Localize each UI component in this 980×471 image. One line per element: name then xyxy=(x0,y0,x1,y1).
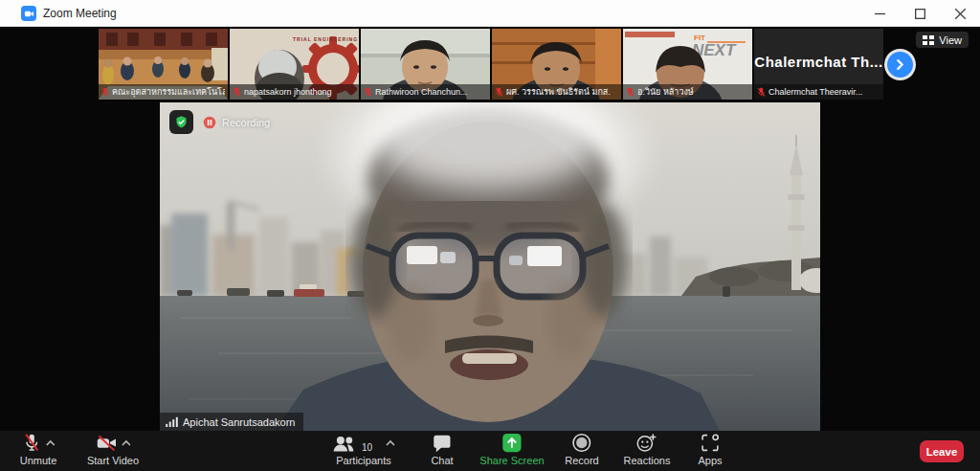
title-bar: Zoom Meeting xyxy=(0,0,980,27)
recording-indicator-icon xyxy=(203,116,216,129)
muted-mic-icon xyxy=(626,87,635,98)
recording-label: Recording xyxy=(222,117,270,128)
reactions-icon xyxy=(636,433,657,453)
security-shield-icon[interactable] xyxy=(169,110,193,134)
participant-name-bar: คณะอุตสาหกรรมและเทคโนโลยี... xyxy=(99,84,228,100)
view-button-label: View xyxy=(939,34,962,46)
chat-icon xyxy=(433,435,453,453)
participant-name-bar: Rathwiroon Chanchun... xyxy=(361,84,490,100)
maximize-button[interactable] xyxy=(900,0,940,27)
participant-name: คณะอุตสาหกรรมและเทคโนโลยี... xyxy=(112,85,225,99)
record-label: Record xyxy=(565,455,598,466)
recording-indicator[interactable]: Recording xyxy=(203,116,270,129)
gear-arc-text: TRIAL ENGINEERING xyxy=(293,36,358,42)
participant-name: Chalermchat Theeravir... xyxy=(768,87,862,97)
share-screen-button[interactable]: Share Screen xyxy=(479,434,544,466)
video-off-icon xyxy=(95,433,117,453)
reactions-button[interactable]: Reactions xyxy=(624,434,671,466)
participant-tile-chalermchat[interactable]: Chalermchat Th... Chalermchat Theeravir.… xyxy=(754,29,883,100)
unmute-label: Unmute xyxy=(20,455,57,466)
apps-button[interactable]: Apps xyxy=(698,434,722,466)
unmute-button[interactable]: Unmute xyxy=(20,434,57,466)
reactions-label: Reactions xyxy=(624,455,671,466)
muted-mic-icon xyxy=(233,87,241,98)
minimize-button[interactable] xyxy=(859,0,900,27)
muted-mic-icon xyxy=(364,87,372,98)
participant-filmstrip: คณะอุตสาหกรรมและเทคโนโลยี... xyxy=(0,28,980,101)
start-video-button[interactable]: Start Video xyxy=(87,434,139,466)
participants-label: Participants xyxy=(336,455,390,466)
speaker-video-frame xyxy=(160,102,820,431)
active-speaker-video[interactable]: Recording Apichat Sanrutsadakorn xyxy=(160,102,820,431)
start-video-label: Start Video xyxy=(87,455,139,466)
zoom-app-icon xyxy=(21,6,36,21)
view-button[interactable]: View xyxy=(916,32,969,48)
meeting-content: คณะอุตสาหกรรมและเทคโนโลยี... xyxy=(0,27,980,431)
participant-name: อ.วินัย หล้าวงษ์ xyxy=(637,85,694,99)
meeting-toolbar: Unmute Start Video 10 xyxy=(0,431,980,471)
muted-mic-icon xyxy=(757,87,766,98)
participant-tile-faculty-room[interactable]: คณะอุตสาหกรรมและเทคโนโลยี... xyxy=(99,29,228,100)
participants-options-chevron-icon[interactable] xyxy=(386,439,395,447)
leave-button[interactable]: Leave xyxy=(920,440,964,462)
next-participants-button[interactable] xyxy=(887,52,913,78)
video-options-chevron-icon[interactable] xyxy=(121,439,130,447)
camera-off-display-name: Chalermchat Th... xyxy=(754,54,883,70)
audio-level-icon xyxy=(166,416,178,427)
muted-mic-icon xyxy=(101,87,109,98)
apps-label: Apps xyxy=(698,455,722,466)
participant-tile-rathwiroon[interactable]: Rathwiroon Chanchun... xyxy=(361,29,490,100)
unmute-options-chevron-icon[interactable] xyxy=(46,439,56,447)
zoom-meeting-window: Zoom Meeting xyxy=(0,0,980,471)
chat-button[interactable]: Chat xyxy=(431,434,453,466)
participant-name-bar: ผศ. วรรณรพ ขันธิรัตน์ มกส. xyxy=(492,84,621,100)
participant-tile-napatsakorn[interactable]: TRIAL ENGINEERING napatsakorn jhonthong xyxy=(230,29,359,100)
recording-area: Recording xyxy=(169,110,270,134)
participant-tile-wannarop[interactable]: ผศ. วรรณรพ ขันธิรัตน์ มกส. xyxy=(492,29,621,100)
close-button[interactable] xyxy=(940,0,980,27)
participant-tile-winai[interactable]: FIT NEXT อ.วินัย หล้าวงษ์ xyxy=(623,29,752,100)
participants-count-badge: 10 xyxy=(362,442,372,453)
participant-name-bar: napatsakorn jhonthong xyxy=(230,84,359,100)
participants-button[interactable]: 10 Participants xyxy=(332,434,395,466)
share-screen-label: Share Screen xyxy=(479,455,544,466)
chat-label: Chat xyxy=(431,455,453,466)
speaker-name-bar: Apichat Sanrutsadakorn xyxy=(160,413,303,431)
mic-muted-icon xyxy=(22,433,42,453)
muted-mic-icon xyxy=(495,87,503,98)
participants-icon xyxy=(332,435,356,453)
share-screen-icon xyxy=(501,433,522,453)
window-title: Zoom Meeting xyxy=(43,7,117,20)
participant-name: napatsakorn jhonthong xyxy=(244,87,332,97)
participant-name: Rathwiroon Chanchun... xyxy=(375,87,468,97)
apps-icon xyxy=(700,433,720,453)
participant-name: ผศ. วรรณรพ ขันธิรัตน์ มกส. xyxy=(506,85,611,99)
speaker-name: Apichat Sanrutsadakorn xyxy=(183,416,295,428)
gallery-view-icon xyxy=(923,35,934,45)
chevron-right-icon xyxy=(895,59,905,70)
record-button[interactable]: Record xyxy=(565,434,598,466)
participant-name-bar: Chalermchat Theeravir... xyxy=(754,84,883,100)
participant-name-bar: อ.วินัย หล้าวงษ์ xyxy=(623,84,752,100)
record-icon xyxy=(572,433,592,453)
